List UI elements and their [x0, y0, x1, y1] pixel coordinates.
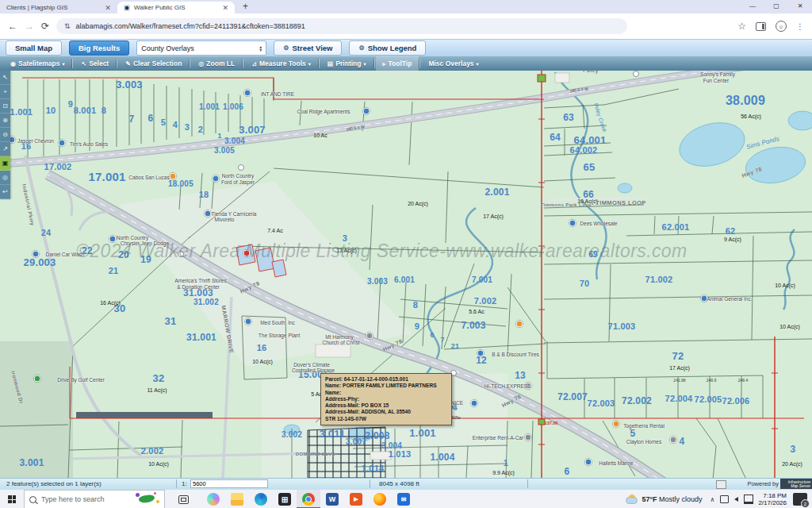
browser-menu-icon[interactable]: ⋮ — [796, 22, 804, 31]
parcel-number-label: 9 — [415, 321, 419, 331]
ribbon-item-label: Select — [89, 60, 109, 67]
zoom-out-tool[interactable]: ⊖ — [0, 128, 10, 142]
windows-logo-icon — [8, 495, 16, 503]
parcel-number-label: 1 — [504, 458, 508, 468]
new-tab-button[interactable]: + — [243, 1, 248, 12]
parcel-number-label: 18.005 — [168, 179, 193, 188]
search-highlight-mask-art[interactable] — [136, 492, 159, 506]
parcel-number-label: 3.002 — [282, 430, 302, 439]
big-results-button[interactable]: Big Results — [69, 40, 129, 56]
edge-button[interactable] — [249, 490, 273, 508]
ribbon-item-misc-overlays[interactable]: Misc Overlays▾ — [421, 56, 485, 71]
select-tool[interactable]: ↖ — [0, 71, 10, 85]
close-tab-icon[interactable]: ✕ — [105, 4, 111, 12]
ribbon-item-clear-selection[interactable]: ✎Clear Selection — [118, 56, 189, 71]
network-icon[interactable] — [744, 495, 753, 504]
tab-walker-public-gis[interactable]: Walker Public GIS ✕ — [117, 2, 235, 13]
ribbon-item-select[interactable]: ↖Select — [74, 56, 116, 71]
street-view-button[interactable]: ⚙ Street View — [274, 40, 342, 56]
app-grid-button[interactable]: ⊞ — [273, 490, 297, 508]
speaker-icon[interactable] — [734, 497, 738, 502]
side-panel-icon[interactable] — [756, 22, 766, 31]
street-label: Hwy 78 — [741, 166, 762, 179]
firefox-button[interactable] — [368, 490, 392, 508]
previous-extent-tool[interactable]: ↩ — [0, 185, 10, 199]
parcel-number-label: 1.013 — [389, 449, 412, 459]
street-label: Hwy 78 — [239, 280, 261, 294]
site-settings-icon[interactable]: ⇅ — [64, 22, 71, 30]
ribbon-item-printing[interactable]: ▤Printing▾ — [320, 56, 373, 71]
word-button[interactable]: W — [320, 490, 344, 508]
weather-widget[interactable]: 57°F Mostly cloudy — [626, 495, 702, 504]
copilot-button[interactable] — [201, 490, 225, 508]
parcel-number-label: 62.001 — [662, 222, 690, 232]
outlook-button[interactable]: ✉ — [392, 490, 416, 508]
poi-marker-icon — [363, 108, 370, 115]
poi-marker-icon — [670, 437, 677, 444]
close-window-button[interactable]: ✕ — [788, 0, 812, 12]
parcel-number-label: 64.001 — [574, 134, 607, 146]
poi-marker-icon — [516, 321, 523, 328]
parcel-number-label: 72.006 — [722, 396, 750, 406]
onedrive-icon[interactable] — [720, 495, 729, 503]
task-view-button[interactable] — [171, 490, 195, 508]
show-legend-button[interactable]: ⚙ Show Legend — [349, 40, 426, 56]
minimize-button[interactable]: — — [741, 0, 764, 12]
taskbar-clock[interactable]: 7:18 PM 2/17/2026 — [758, 492, 787, 506]
parcel-number-label: 3.008 — [365, 430, 389, 441]
identify-tool[interactable]: ▣ — [0, 156, 10, 171]
map-canvas[interactable]: 3.003911.001108.00187654321.0011.0063.00… — [0, 71, 812, 478]
brand-line1: Infrastructure — [788, 480, 810, 484]
printer-icon: ▤ — [327, 60, 334, 67]
poi-label: Animal General Inc. — [707, 296, 752, 302]
search-tool[interactable]: ◎ — [0, 171, 10, 185]
zoom-box-tool[interactable]: ⊡ — [0, 99, 10, 114]
parcel-number-label: 6.001 — [394, 275, 415, 284]
notification-center-button[interactable]: 2 — [793, 493, 807, 506]
ribbon-item-measure-tools[interactable]: ⊿Measure Tools▾ — [244, 56, 318, 71]
poi-label: Sonny's Family — [700, 71, 735, 77]
gear-icon: ⚙ — [358, 44, 364, 52]
chrome-button[interactable] — [297, 490, 320, 508]
show-legend-label: Show Legend — [368, 44, 417, 52]
maximize-button[interactable]: ▢ — [764, 0, 788, 12]
dimension-label: 180 S 0 W — [569, 86, 588, 93]
divider — [72, 59, 73, 68]
zoom-in-tool[interactable]: ⊕ — [0, 114, 10, 128]
brand-line2: Map Server — [791, 484, 810, 488]
close-tab-icon[interactable]: ✕ — [222, 4, 228, 12]
small-map-button[interactable]: Small Map — [6, 40, 62, 56]
ribbon-item-zoom-ll[interactable]: ◎Zoom LL — [191, 56, 242, 71]
forward-button[interactable]: → — [25, 21, 34, 32]
parcel-info-tooltip: Parcel: 64-17-01-12-4-000-015.001Name: P… — [320, 373, 452, 425]
start-button[interactable] — [0, 490, 24, 508]
measure-tool[interactable]: ↗ — [0, 142, 10, 156]
road-shield-icon — [633, 71, 639, 77]
profile-avatar[interactable]: ☺ — [776, 21, 787, 32]
outlook-icon: ✉ — [397, 493, 410, 506]
bookmark-star-icon[interactable]: ☆ — [737, 21, 746, 32]
tooltip-line: Name: PORTER FAMILY LIMITED PARTNERS — [325, 383, 447, 389]
tab-clients-flagship-gis[interactable]: Clients | Flagship GIS ✕ — [0, 2, 117, 13]
media-button[interactable]: ▶ — [344, 490, 368, 508]
file-explorer-button[interactable] — [225, 490, 249, 508]
county-overlays-select[interactable]: County Overlays ▴▾ — [136, 40, 266, 56]
show-hidden-icons-caret[interactable]: ∧ — [710, 496, 715, 503]
poi-marker-icon — [366, 333, 373, 340]
boundary-dimension-label: 137.06 — [545, 421, 558, 425]
parcel-number-label: 7.001 — [472, 275, 492, 284]
ribbon-item-tooltip[interactable]: ▸ToolTip — [376, 56, 419, 71]
scale-input[interactable] — [190, 479, 268, 488]
parcel-number-label: 72.002 — [622, 395, 652, 406]
reload-button[interactable]: ⟳ — [41, 21, 49, 32]
url-bar[interactable]: ⇅ alabamagis.com/Walker/frameset.cfm?cfi… — [56, 18, 627, 34]
poi-label: America's Thrift Stores — [174, 278, 226, 283]
chevron-down-icon: ▾ — [363, 61, 366, 67]
ribbon-item-satelitemaps[interactable]: ◉Satelitemaps▾ — [3, 56, 71, 71]
back-button[interactable]: ← — [8, 21, 17, 32]
browser-tabstrip: Clients | Flagship GIS ✕ Walker Public G… — [0, 0, 812, 13]
taskbar-search[interactable]: Type here to search — [24, 490, 165, 508]
ribbon-item-label: ToolTip — [389, 60, 412, 67]
pan-tool[interactable]: + — [0, 85, 10, 99]
search-placeholder: Type here to search — [41, 495, 131, 503]
